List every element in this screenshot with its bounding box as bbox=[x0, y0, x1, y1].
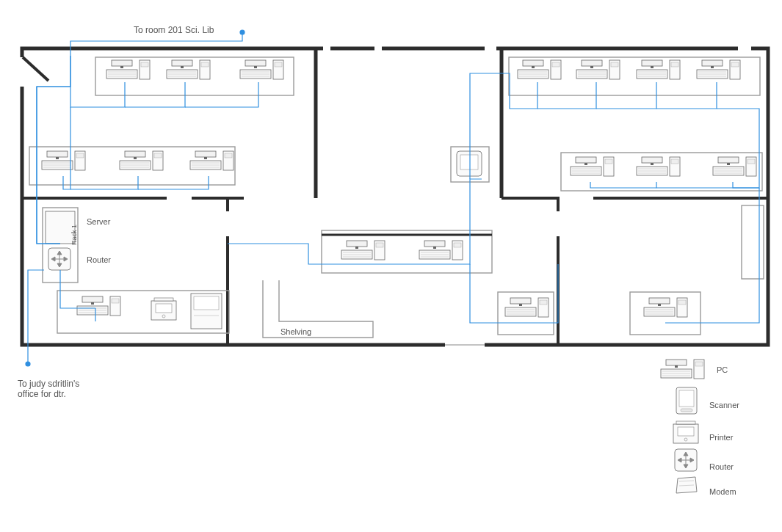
legend-label-router: Router bbox=[709, 462, 734, 471]
pc-icon bbox=[190, 151, 233, 170]
printer-icon bbox=[151, 298, 176, 320]
pc-icon bbox=[518, 60, 561, 79]
svg-point-62 bbox=[26, 362, 30, 366]
svg-line-35 bbox=[23, 57, 48, 81]
annotation-room-201: To room 201 Sci. Lib bbox=[134, 25, 214, 35]
pc-icon bbox=[419, 241, 463, 260]
pc-icon bbox=[644, 298, 687, 317]
svg-rect-36 bbox=[445, 343, 485, 349]
copier-icon bbox=[191, 294, 222, 329]
floorplan-canvas bbox=[0, 0, 782, 532]
svg-rect-34 bbox=[20, 57, 26, 87]
legend-label-modem: Modem bbox=[709, 487, 736, 496]
scanner-icon bbox=[457, 151, 482, 176]
annotation-judy-office: To judy sdritlin's office for dtr. bbox=[18, 379, 120, 399]
pc-icon bbox=[505, 298, 549, 317]
svg-rect-32 bbox=[485, 46, 496, 52]
devices bbox=[42, 60, 756, 329]
label-router: Router bbox=[87, 255, 111, 264]
svg-rect-30 bbox=[323, 46, 330, 52]
legend-label-scanner: Scanner bbox=[709, 401, 739, 409]
legend-label-printer: Printer bbox=[709, 433, 733, 442]
pc-icon bbox=[240, 60, 283, 79]
pc-icon bbox=[120, 151, 163, 170]
pc-icon bbox=[341, 241, 385, 260]
legend bbox=[661, 360, 704, 493]
svg-rect-33 bbox=[738, 46, 751, 52]
pc-icon bbox=[576, 60, 620, 79]
svg-rect-45 bbox=[167, 196, 192, 202]
label-shelving: Shelving bbox=[280, 327, 311, 336]
pc-icon bbox=[713, 157, 756, 176]
pc-icon bbox=[77, 296, 120, 316]
pc-icon bbox=[106, 60, 150, 79]
pc-icon bbox=[571, 157, 614, 176]
label-rack1: Rack 1 bbox=[70, 225, 78, 245]
legend-label-pc: PC bbox=[717, 365, 728, 374]
svg-rect-44 bbox=[225, 211, 231, 236]
svg-point-61 bbox=[240, 30, 245, 34]
pc-icon bbox=[637, 157, 680, 176]
svg-rect-58 bbox=[742, 205, 764, 279]
pc-icon bbox=[697, 60, 740, 79]
svg-rect-31 bbox=[374, 46, 382, 52]
svg-rect-47 bbox=[556, 211, 562, 236]
pc-icon bbox=[42, 151, 85, 170]
pc-icon bbox=[167, 60, 210, 79]
label-server: Server bbox=[87, 217, 110, 226]
pc-icon bbox=[637, 60, 680, 79]
